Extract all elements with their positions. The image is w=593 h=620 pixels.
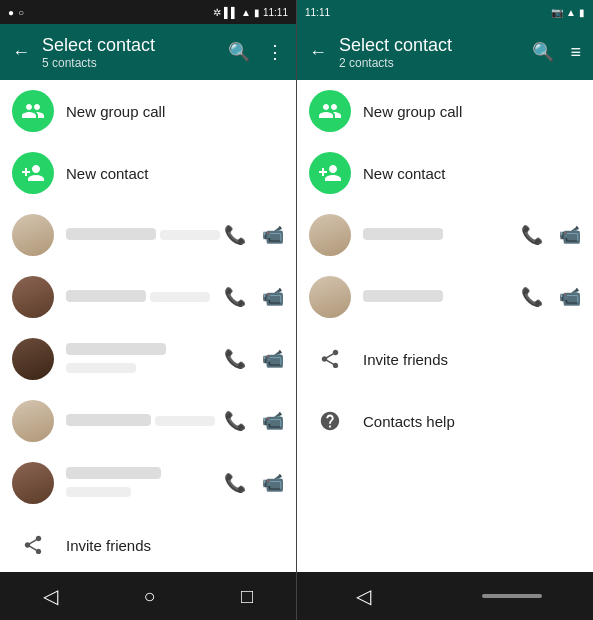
right-app-bar: ← Select contact 2 contacts 🔍 ≡ — [297, 24, 593, 80]
right-back-button[interactable]: ← — [309, 42, 327, 63]
right-contact-1-video-icon[interactable]: 📹 — [559, 224, 581, 246]
left-invite-friends-item[interactable]: Invite friends — [0, 514, 296, 572]
left-home-button[interactable]: ○ — [135, 577, 163, 616]
left-contact-3-sub — [66, 363, 136, 373]
right-contacts-count: 2 contacts — [339, 56, 532, 70]
wifi-bars-icon: ▲ — [241, 7, 251, 18]
right-search-icon[interactable]: 🔍 — [532, 41, 554, 63]
left-share-icon — [22, 534, 44, 556]
left-back-button[interactable]: ← — [12, 42, 30, 63]
left-share-icon-wrap — [12, 524, 54, 566]
right-contact-2-name — [363, 290, 443, 302]
left-contact-4-call-icon[interactable]: 📞 — [224, 410, 246, 432]
left-contact-2[interactable]: 📞 📹 — [0, 266, 296, 328]
right-panel: 11:11 📷 ▲ ▮ ← Select contact 2 contacts … — [297, 0, 593, 620]
dot-icon: ○ — [18, 7, 24, 18]
right-contact-1-call-icon[interactable]: 📞 — [521, 224, 543, 246]
left-back-nav-button[interactable]: ◁ — [35, 576, 66, 616]
left-contact-3-avatar — [12, 338, 54, 380]
left-contact-3-text — [66, 341, 224, 377]
left-screen-title: Select contact — [42, 35, 228, 56]
right-add-contact-icon — [318, 161, 342, 185]
right-contact-2[interactable]: 📞 📹 — [297, 266, 593, 328]
right-contact-1-text — [363, 226, 521, 244]
right-home-pill[interactable] — [482, 594, 542, 598]
left-contact-2-avatar — [12, 276, 54, 318]
right-new-contact-label: New contact — [363, 165, 581, 182]
right-signal-icon: ▲ — [566, 7, 576, 18]
right-contacts-help-item[interactable]: Contacts help — [297, 390, 593, 452]
left-new-contact-avatar — [12, 152, 54, 194]
left-new-contact-label: New contact — [66, 165, 284, 182]
left-app-bar: ← Select contact 5 contacts 🔍 ⋮ — [0, 24, 296, 80]
left-contact-4-sub — [155, 416, 215, 426]
left-contact-3-call-icon[interactable]: 📞 — [224, 348, 246, 370]
left-contact-1-sub — [160, 230, 220, 240]
left-action-icons: 🔍 ⋮ — [228, 41, 284, 63]
left-contact-2-actions: 📞 📹 — [224, 286, 284, 308]
right-contact-1-avatar — [309, 214, 351, 256]
right-contact-2-video-icon[interactable]: 📹 — [559, 286, 581, 308]
left-bottom-nav: ◁ ○ □ — [0, 572, 296, 620]
left-panel: ● ○ ✲ ▌▌ ▲ ▮ 11:11 ← Select contact 5 co… — [0, 0, 296, 620]
left-recent-button[interactable]: □ — [233, 577, 261, 616]
left-contact-5-sub — [66, 487, 131, 497]
left-new-contact-item[interactable]: New contact — [0, 142, 296, 204]
right-contact-1[interactable]: 📞 📹 — [297, 204, 593, 266]
battery-level-icon: ▮ — [254, 7, 260, 18]
left-invite-friends-label: Invite friends — [66, 537, 284, 554]
right-back-nav-button[interactable]: ◁ — [348, 576, 379, 616]
right-new-contact-item[interactable]: New contact — [297, 142, 593, 204]
left-contact-1-video-icon[interactable]: 📹 — [262, 224, 284, 246]
left-new-group-call-item[interactable]: New group call — [0, 80, 296, 142]
left-contact-1-call-icon[interactable]: 📞 — [224, 224, 246, 246]
right-status-right: 📷 ▲ ▮ — [551, 7, 585, 18]
left-contact-3-video-icon[interactable]: 📹 — [262, 348, 284, 370]
right-share-icon-wrap — [309, 338, 351, 380]
left-content: New group call New contact — [0, 80, 296, 572]
right-contacts-help-text: Contacts help — [363, 413, 581, 430]
left-search-icon[interactable]: 🔍 — [228, 41, 250, 63]
left-contact-5[interactable]: 📞 📹 — [0, 452, 296, 514]
notification-dot: ● — [8, 7, 14, 18]
right-group-call-icon — [318, 99, 342, 123]
right-new-group-call-item[interactable]: New group call — [297, 80, 593, 142]
left-contact-2-text — [66, 288, 224, 306]
left-contact-3[interactable]: 📞 📹 — [0, 328, 296, 390]
right-new-contact-text: New contact — [363, 165, 581, 182]
left-contact-3-actions: 📞 📹 — [224, 348, 284, 370]
left-contact-3-name — [66, 343, 166, 355]
left-contact-2-call-icon[interactable]: 📞 — [224, 286, 246, 308]
left-menu-icon[interactable]: ⋮ — [266, 41, 284, 63]
group-call-icon — [21, 99, 45, 123]
right-contacts-help-label: Contacts help — [363, 413, 581, 430]
left-contact-5-video-icon[interactable]: 📹 — [262, 472, 284, 494]
left-contact-2-video-icon[interactable]: 📹 — [262, 286, 284, 308]
right-contact-2-actions: 📞 📹 — [521, 286, 581, 308]
right-menu-icon[interactable]: ≡ — [570, 42, 581, 63]
left-contact-1-actions: 📞 📹 — [224, 224, 284, 246]
left-contact-4[interactable]: 📞 📹 — [0, 390, 296, 452]
right-contact-2-call-icon[interactable]: 📞 — [521, 286, 543, 308]
right-screen-title: Select contact — [339, 35, 532, 56]
left-contact-1-text — [66, 226, 224, 244]
add-contact-icon — [21, 161, 45, 185]
right-new-group-call-text: New group call — [363, 103, 581, 120]
right-status-bar: 11:11 📷 ▲ ▮ — [297, 0, 593, 24]
left-contact-4-video-icon[interactable]: 📹 — [262, 410, 284, 432]
left-contact-1[interactable]: 📞 📹 — [0, 204, 296, 266]
left-contact-2-name — [66, 290, 146, 302]
right-action-icons: 🔍 ≡ — [532, 41, 581, 63]
right-invite-friends-item[interactable]: Invite friends — [297, 328, 593, 390]
left-new-group-call-text: New group call — [66, 103, 284, 120]
left-contact-1-name — [66, 228, 156, 240]
left-contact-5-text — [66, 465, 224, 501]
right-contact-1-actions: 📞 📹 — [521, 224, 581, 246]
right-share-icon — [319, 348, 341, 370]
left-contact-5-actions: 📞 📹 — [224, 472, 284, 494]
right-new-group-call-label: New group call — [363, 103, 581, 120]
left-contact-2-sub — [150, 292, 210, 302]
left-invite-friends-text: Invite friends — [66, 537, 284, 554]
right-help-icon — [319, 410, 341, 432]
left-contact-5-call-icon[interactable]: 📞 — [224, 472, 246, 494]
